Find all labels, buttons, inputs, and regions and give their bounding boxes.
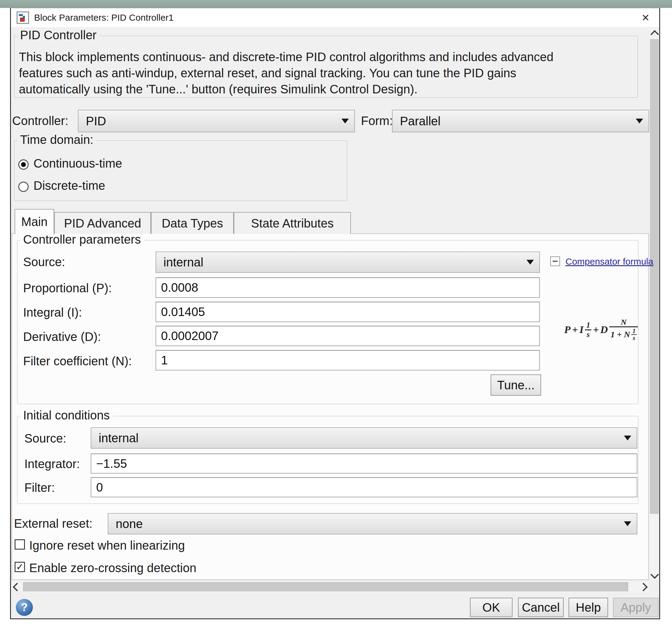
integrator-input[interactable]: −1.55: [91, 454, 637, 474]
ic-source-select-value: internal: [99, 431, 138, 445]
form-select-value: Parallel: [400, 114, 440, 128]
tab-pid-advanced[interactable]: PID Advanced: [54, 212, 151, 234]
derivative-value: 0.0002007: [161, 329, 218, 343]
dropdown-arrow-icon: [624, 521, 631, 526]
integral-label: Integral (I):: [23, 306, 82, 319]
dialog-content: PID Controller This block implements con…: [11, 27, 659, 618]
dropdown-arrow-icon: [624, 436, 631, 440]
ok-button[interactable]: OK: [470, 598, 513, 617]
close-icon[interactable]: ×: [632, 8, 659, 27]
filter-value: 0: [96, 481, 103, 494]
pid-controller-group-title: PID Controller: [17, 28, 99, 42]
horizontal-scrollbar-thumb[interactable]: [23, 582, 628, 591]
horizontal-scrollbar[interactable]: [12, 581, 649, 592]
ignore-reset-checkbox[interactable]: [15, 539, 25, 550]
compensator-formula: P + I 1 s + D N 1 + N 1 s: [552, 307, 650, 353]
tab-data-types[interactable]: Data Types: [151, 212, 234, 234]
source-select[interactable]: internal: [155, 252, 540, 273]
source-select-value: internal: [164, 256, 203, 269]
block-parameters-dialog: Block Parameters: PID Controller1 × PID …: [10, 8, 660, 619]
proportional-input[interactable]: 0.0008: [155, 277, 540, 298]
time-domain-group-title: Time domain:: [17, 133, 96, 146]
time-domain-group: Time domain: Continuous-time Discrete-ti…: [14, 140, 347, 201]
initial-conditions-title: Initial conditions: [20, 409, 113, 422]
block-description: This block implements continuous- and di…: [15, 36, 637, 97]
dropdown-arrow-icon: [526, 260, 534, 265]
description-line: features such as anti-windup, external r…: [19, 65, 632, 81]
zero-crossing-label[interactable]: Enable zero-crossing detection: [29, 561, 196, 575]
source-label: Source:: [23, 255, 65, 269]
help-button[interactable]: Help: [569, 598, 608, 617]
integrator-label: Integrator:: [24, 457, 80, 471]
dropdown-arrow-icon: [342, 119, 349, 123]
form-select[interactable]: Parallel: [392, 110, 649, 132]
radio-discrete-time[interactable]: [18, 182, 28, 192]
external-reset-select-value: none: [116, 517, 143, 531]
vertical-scrollbar[interactable]: [650, 29, 659, 580]
controller-select[interactable]: PID: [78, 110, 355, 132]
controller-select-value: PID: [86, 114, 106, 128]
zero-crossing-checkbox[interactable]: [15, 562, 25, 572]
dropdown-arrow-icon: [636, 119, 643, 123]
window-title: Block Parameters: PID Controller1: [34, 13, 174, 23]
radio-discrete-time-label[interactable]: Discrete-time: [34, 179, 105, 193]
cancel-button[interactable]: Cancel: [518, 598, 564, 617]
apply-button[interactable]: Apply: [613, 598, 659, 617]
radio-continuous-time-label[interactable]: Continuous-time: [34, 157, 122, 170]
radio-continuous-time[interactable]: [18, 159, 28, 170]
external-reset-select[interactable]: none: [108, 513, 637, 534]
controller-label: Controller:: [12, 114, 69, 128]
filter-coefficient-input[interactable]: 1: [155, 350, 540, 371]
integral-input[interactable]: 0.01405: [155, 302, 540, 322]
proportional-value: 0.0008: [161, 281, 198, 294]
tab-main[interactable]: Main: [15, 209, 54, 234]
tab-state-attributes[interactable]: State Attributes: [234, 212, 351, 234]
simulink-block-icon: [16, 11, 29, 24]
vertical-scrollbar-thumb[interactable]: [650, 39, 659, 514]
integral-value: 0.01405: [161, 305, 205, 319]
help-icon[interactable]: ?: [16, 599, 33, 616]
filter-label: Filter:: [24, 481, 55, 495]
scroll-left-icon[interactable]: [13, 583, 21, 591]
derivative-input[interactable]: 0.0002007: [155, 326, 540, 346]
ic-source-label: Source:: [24, 432, 66, 445]
pid-controller-group: PID Controller This block implements con…: [14, 36, 638, 98]
description-line: automatically using the 'Tune...' button…: [19, 81, 632, 97]
description-line: This block implements continuous- and di…: [19, 49, 632, 65]
main-tab-panel: Controller parameters Source: internal C…: [12, 233, 649, 580]
controller-parameters-title: Controller parameters: [20, 233, 144, 246]
proportional-label: Proportional (P):: [23, 281, 112, 295]
filter-coefficient-label: Filter coefficient (N):: [23, 354, 132, 368]
ic-source-select[interactable]: internal: [91, 428, 637, 449]
filter-coefficient-value: 1: [161, 354, 168, 367]
ignore-reset-label[interactable]: Ignore reset when linearizing: [29, 539, 185, 552]
scroll-right-icon[interactable]: [639, 583, 648, 591]
integrator-value: −1.55: [96, 457, 127, 471]
scroll-down-icon[interactable]: [650, 570, 659, 579]
background-strip: [0, 0, 672, 8]
scroll-up-icon[interactable]: [650, 30, 659, 39]
filter-input[interactable]: 0: [91, 477, 637, 497]
collapse-formula-icon[interactable]: [550, 256, 560, 266]
form-label: Form:: [361, 114, 392, 128]
external-reset-label: External reset:: [14, 517, 93, 531]
derivative-label: Derivative (D):: [23, 330, 101, 344]
compensator-formula-link[interactable]: Compensator formula: [565, 256, 653, 267]
title-bar[interactable]: Block Parameters: PID Controller1 ×: [11, 8, 659, 27]
tune-button[interactable]: Tune...: [491, 374, 541, 396]
